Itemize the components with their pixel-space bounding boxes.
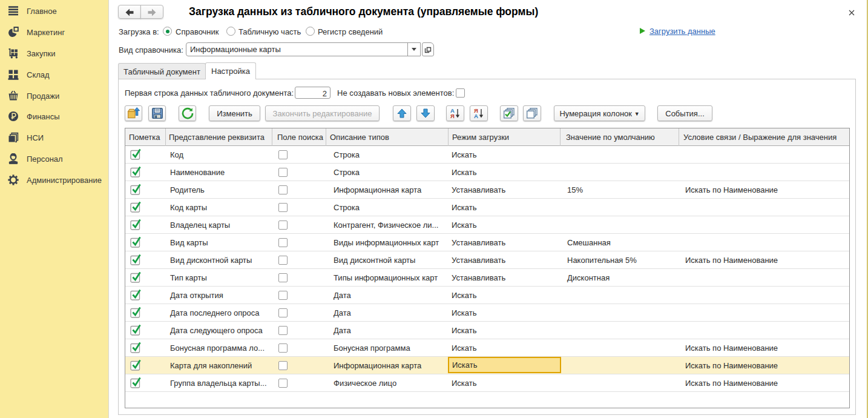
- svg-text:Я: Я: [450, 113, 455, 119]
- svg-text:А: А: [474, 113, 478, 119]
